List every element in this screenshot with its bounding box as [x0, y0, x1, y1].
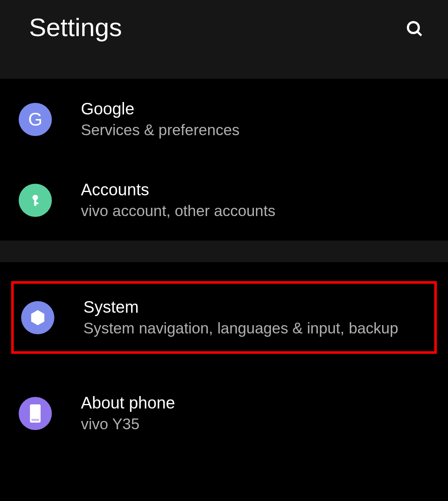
phone-icon: [19, 397, 52, 430]
item-text: About phone vivo Y35: [81, 394, 175, 433]
search-icon: [406, 20, 424, 38]
settings-item-accounts[interactable]: Accounts vivo account, other accounts: [0, 160, 448, 241]
settings-section-1: G Google Services & preferences Accounts…: [0, 79, 448, 241]
item-subtitle: vivo Y35: [81, 416, 175, 433]
item-text: System System navigation, languages & in…: [83, 298, 398, 337]
search-button[interactable]: [402, 17, 427, 41]
item-subtitle: Services & preferences: [81, 122, 240, 139]
svg-point-6: [35, 314, 41, 321]
settings-item-system[interactable]: System System navigation, languages & in…: [11, 281, 437, 354]
settings-item-about-phone[interactable]: About phone vivo Y35: [0, 373, 448, 454]
item-text: Google Services & preferences: [81, 100, 240, 139]
item-subtitle: vivo account, other accounts: [81, 202, 275, 220]
settings-header: Settings: [0, 0, 448, 79]
item-title: Accounts: [81, 180, 275, 199]
svg-line-1: [417, 32, 421, 36]
settings-item-google[interactable]: G Google Services & preferences: [0, 79, 448, 160]
item-text: Accounts vivo account, other accounts: [81, 180, 275, 220]
item-title: About phone: [81, 394, 175, 412]
svg-point-0: [408, 22, 419, 33]
page-title: Settings: [29, 12, 122, 42]
gear-icon: [21, 301, 54, 334]
item-title: Google: [81, 100, 240, 118]
svg-rect-4: [34, 202, 39, 204]
svg-rect-8: [32, 418, 39, 421]
settings-section-2: System System navigation, languages & in…: [0, 281, 448, 454]
key-icon: [19, 184, 52, 217]
google-icon: G: [19, 103, 52, 136]
item-subtitle: System navigation, languages & input, ba…: [83, 320, 398, 337]
section-separator: [0, 241, 448, 262]
item-title: System: [83, 298, 398, 316]
svg-point-2: [32, 195, 38, 200]
